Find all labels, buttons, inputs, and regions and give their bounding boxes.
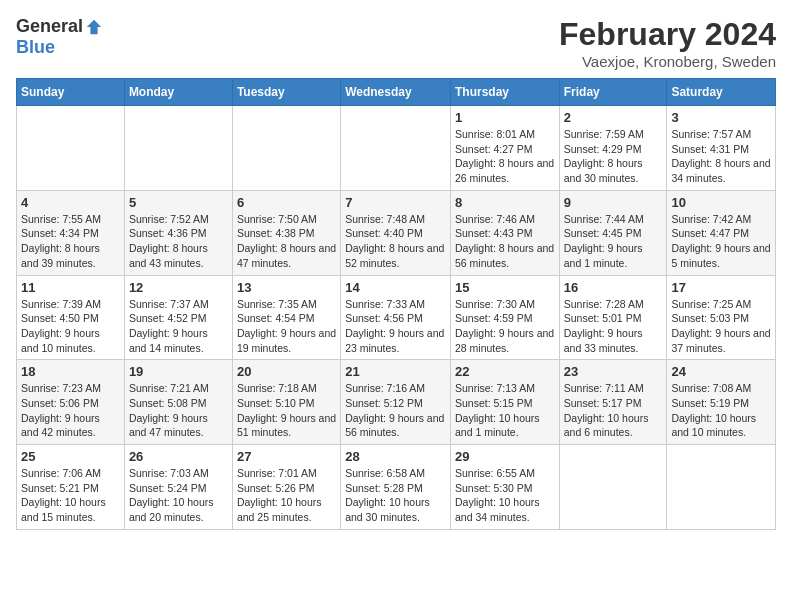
day-number: 28 — [345, 449, 446, 464]
location-title: Vaexjoe, Kronoberg, Sweden — [559, 53, 776, 70]
day-number: 17 — [671, 280, 771, 295]
calendar-day-cell: 11Sunrise: 7:39 AMSunset: 4:50 PMDayligh… — [17, 275, 125, 360]
day-info: Sunrise: 7:11 AMSunset: 5:17 PMDaylight:… — [564, 381, 663, 440]
calendar-day-cell: 14Sunrise: 7:33 AMSunset: 4:56 PMDayligh… — [341, 275, 451, 360]
day-number: 9 — [564, 195, 663, 210]
calendar-day-cell: 12Sunrise: 7:37 AMSunset: 4:52 PMDayligh… — [124, 275, 232, 360]
day-info: Sunrise: 7:59 AMSunset: 4:29 PMDaylight:… — [564, 127, 663, 186]
calendar-day-cell: 27Sunrise: 7:01 AMSunset: 5:26 PMDayligh… — [232, 445, 340, 530]
day-info: Sunrise: 7:46 AMSunset: 4:43 PMDaylight:… — [455, 212, 555, 271]
calendar-day-cell: 21Sunrise: 7:16 AMSunset: 5:12 PMDayligh… — [341, 360, 451, 445]
day-number: 27 — [237, 449, 336, 464]
day-info: Sunrise: 7:03 AMSunset: 5:24 PMDaylight:… — [129, 466, 228, 525]
calendar-day-cell: 29Sunrise: 6:55 AMSunset: 5:30 PMDayligh… — [450, 445, 559, 530]
day-info: Sunrise: 7:55 AMSunset: 4:34 PMDaylight:… — [21, 212, 120, 271]
month-title: February 2024 — [559, 16, 776, 53]
calendar-day-cell: 4Sunrise: 7:55 AMSunset: 4:34 PMDaylight… — [17, 190, 125, 275]
calendar-day-cell — [124, 106, 232, 191]
logo-blue-text: Blue — [16, 37, 55, 58]
day-info: Sunrise: 7:25 AMSunset: 5:03 PMDaylight:… — [671, 297, 771, 356]
day-of-week-header: Friday — [559, 79, 667, 106]
calendar-table: SundayMondayTuesdayWednesdayThursdayFrid… — [16, 78, 776, 530]
day-number: 29 — [455, 449, 555, 464]
day-info: Sunrise: 8:01 AMSunset: 4:27 PMDaylight:… — [455, 127, 555, 186]
calendar-day-cell — [667, 445, 776, 530]
day-number: 13 — [237, 280, 336, 295]
calendar-day-cell: 7Sunrise: 7:48 AMSunset: 4:40 PMDaylight… — [341, 190, 451, 275]
calendar-day-cell — [341, 106, 451, 191]
day-number: 3 — [671, 110, 771, 125]
day-number: 2 — [564, 110, 663, 125]
day-info: Sunrise: 7:21 AMSunset: 5:08 PMDaylight:… — [129, 381, 228, 440]
day-of-week-header: Tuesday — [232, 79, 340, 106]
day-of-week-header: Monday — [124, 79, 232, 106]
day-info: Sunrise: 7:39 AMSunset: 4:50 PMDaylight:… — [21, 297, 120, 356]
calendar-day-cell: 10Sunrise: 7:42 AMSunset: 4:47 PMDayligh… — [667, 190, 776, 275]
day-info: Sunrise: 7:33 AMSunset: 4:56 PMDaylight:… — [345, 297, 446, 356]
day-number: 12 — [129, 280, 228, 295]
calendar-day-cell — [232, 106, 340, 191]
calendar-day-cell: 26Sunrise: 7:03 AMSunset: 5:24 PMDayligh… — [124, 445, 232, 530]
logo-general-text: General — [16, 16, 83, 37]
day-number: 10 — [671, 195, 771, 210]
day-number: 25 — [21, 449, 120, 464]
calendar-day-cell: 3Sunrise: 7:57 AMSunset: 4:31 PMDaylight… — [667, 106, 776, 191]
day-number: 7 — [345, 195, 446, 210]
day-number: 14 — [345, 280, 446, 295]
day-number: 21 — [345, 364, 446, 379]
day-number: 15 — [455, 280, 555, 295]
day-info: Sunrise: 7:18 AMSunset: 5:10 PMDaylight:… — [237, 381, 336, 440]
calendar-day-cell: 15Sunrise: 7:30 AMSunset: 4:59 PMDayligh… — [450, 275, 559, 360]
day-info: Sunrise: 7:48 AMSunset: 4:40 PMDaylight:… — [345, 212, 446, 271]
day-info: Sunrise: 7:08 AMSunset: 5:19 PMDaylight:… — [671, 381, 771, 440]
calendar-day-cell — [559, 445, 667, 530]
calendar-day-cell: 28Sunrise: 6:58 AMSunset: 5:28 PMDayligh… — [341, 445, 451, 530]
day-number: 23 — [564, 364, 663, 379]
day-info: Sunrise: 6:58 AMSunset: 5:28 PMDaylight:… — [345, 466, 446, 525]
day-info: Sunrise: 7:13 AMSunset: 5:15 PMDaylight:… — [455, 381, 555, 440]
calendar-day-cell: 5Sunrise: 7:52 AMSunset: 4:36 PMDaylight… — [124, 190, 232, 275]
calendar-day-cell — [17, 106, 125, 191]
day-info: Sunrise: 7:37 AMSunset: 4:52 PMDaylight:… — [129, 297, 228, 356]
calendar-day-cell: 19Sunrise: 7:21 AMSunset: 5:08 PMDayligh… — [124, 360, 232, 445]
day-info: Sunrise: 7:44 AMSunset: 4:45 PMDaylight:… — [564, 212, 663, 271]
day-number: 18 — [21, 364, 120, 379]
day-number: 19 — [129, 364, 228, 379]
day-number: 22 — [455, 364, 555, 379]
header: General Blue February 2024 Vaexjoe, Kron… — [16, 16, 776, 70]
day-of-week-header: Saturday — [667, 79, 776, 106]
calendar-day-cell: 20Sunrise: 7:18 AMSunset: 5:10 PMDayligh… — [232, 360, 340, 445]
calendar-day-cell: 1Sunrise: 8:01 AMSunset: 4:27 PMDaylight… — [450, 106, 559, 191]
day-number: 20 — [237, 364, 336, 379]
calendar-week-row: 1Sunrise: 8:01 AMSunset: 4:27 PMDaylight… — [17, 106, 776, 191]
calendar-day-cell: 18Sunrise: 7:23 AMSunset: 5:06 PMDayligh… — [17, 360, 125, 445]
day-info: Sunrise: 7:30 AMSunset: 4:59 PMDaylight:… — [455, 297, 555, 356]
calendar-day-cell: 24Sunrise: 7:08 AMSunset: 5:19 PMDayligh… — [667, 360, 776, 445]
day-number: 6 — [237, 195, 336, 210]
day-info: Sunrise: 7:06 AMSunset: 5:21 PMDaylight:… — [21, 466, 120, 525]
day-number: 5 — [129, 195, 228, 210]
logo-icon — [85, 18, 103, 36]
day-of-week-header: Thursday — [450, 79, 559, 106]
day-number: 26 — [129, 449, 228, 464]
calendar-day-cell: 6Sunrise: 7:50 AMSunset: 4:38 PMDaylight… — [232, 190, 340, 275]
logo: General Blue — [16, 16, 103, 58]
calendar-day-cell: 25Sunrise: 7:06 AMSunset: 5:21 PMDayligh… — [17, 445, 125, 530]
calendar-body: 1Sunrise: 8:01 AMSunset: 4:27 PMDaylight… — [17, 106, 776, 530]
day-number: 1 — [455, 110, 555, 125]
day-number: 16 — [564, 280, 663, 295]
day-number: 11 — [21, 280, 120, 295]
calendar-day-cell: 16Sunrise: 7:28 AMSunset: 5:01 PMDayligh… — [559, 275, 667, 360]
day-number: 24 — [671, 364, 771, 379]
title-area: February 2024 Vaexjoe, Kronoberg, Sweden — [559, 16, 776, 70]
calendar-day-cell: 23Sunrise: 7:11 AMSunset: 5:17 PMDayligh… — [559, 360, 667, 445]
day-info: Sunrise: 6:55 AMSunset: 5:30 PMDaylight:… — [455, 466, 555, 525]
calendar-day-cell: 22Sunrise: 7:13 AMSunset: 5:15 PMDayligh… — [450, 360, 559, 445]
day-info: Sunrise: 7:28 AMSunset: 5:01 PMDaylight:… — [564, 297, 663, 356]
day-info: Sunrise: 7:50 AMSunset: 4:38 PMDaylight:… — [237, 212, 336, 271]
calendar-week-row: 4Sunrise: 7:55 AMSunset: 4:34 PMDaylight… — [17, 190, 776, 275]
svg-marker-0 — [87, 19, 101, 33]
calendar-day-cell: 8Sunrise: 7:46 AMSunset: 4:43 PMDaylight… — [450, 190, 559, 275]
day-of-week-header: Sunday — [17, 79, 125, 106]
calendar-day-cell: 9Sunrise: 7:44 AMSunset: 4:45 PMDaylight… — [559, 190, 667, 275]
